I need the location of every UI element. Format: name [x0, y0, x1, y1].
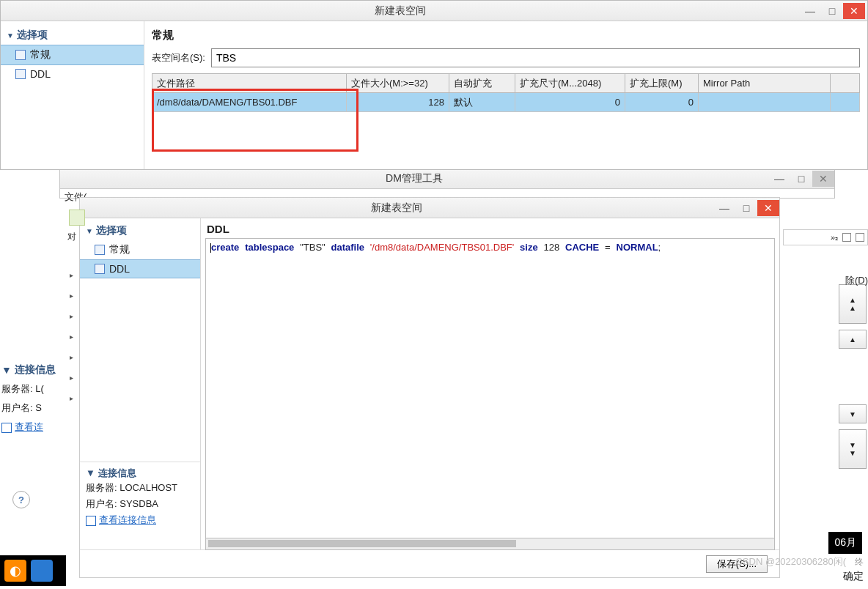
dlg2-maximize-icon[interactable]: □ — [735, 200, 757, 216]
chevron-down-icon: ▼ — [849, 410, 856, 418]
toolbar-icon-partial[interactable] — [69, 210, 85, 226]
server-value: LOCALHOST — [119, 482, 177, 493]
ok-button-partial[interactable]: 确定 — [843, 570, 864, 583]
mainwin-titlebar[interactable]: DM管理工具 — □ ✕ — [60, 168, 834, 189]
down-button[interactable]: ▼ — [839, 404, 867, 423]
dlg2-sidebar: ▼ 选择项 常规 DDL ▼ 连接信息 服务器: LOCALHOST 用户名: … — [80, 218, 201, 549]
col-mirror-path[interactable]: Mirror Path — [699, 74, 831, 93]
sidebar-item-ddl[interactable]: DDL — [80, 259, 200, 278]
tree-arrow-icon[interactable]: ▸ — [70, 333, 73, 353]
col-file-size[interactable]: 文件大小(M:>=32) — [347, 74, 449, 93]
tree-arrow-icon[interactable]: ▸ — [70, 312, 73, 333]
dlg2-titlebar[interactable]: 新建表空间 — □ ✕ — [80, 198, 779, 218]
up-button[interactable]: ▲ — [839, 330, 867, 349]
cell-extend-step[interactable]: 0 — [515, 93, 625, 112]
server-label: 服务器: — [1, 383, 33, 394]
cell-file-path[interactable]: /dm8/data/DAMENG/TBS01.DBF — [152, 93, 347, 112]
create-tablespace-dialog-ddl: 新建表空间 — □ ✕ ▼ 选择项 常规 DDL ▼ 连接信息 服务器: LOC… — [79, 197, 780, 578]
col-empty — [831, 74, 860, 93]
delete-button-partial[interactable]: 除(D) — [845, 274, 868, 287]
dlg1-minimize-icon[interactable]: — — [799, 3, 821, 19]
datafile-table: 文件路径 文件大小(M:>=32) 自动扩充 扩充尺寸(M...2048) 扩充… — [152, 73, 860, 112]
help-button[interactable]: ? — [12, 491, 30, 508]
mainwin-minimize-icon[interactable]: — — [768, 171, 790, 187]
sidebar-item-general[interactable]: 常规 — [1, 45, 144, 65]
collapse-icon: ▼ — [86, 467, 95, 478]
collapse-icon: ▼ — [7, 32, 14, 40]
datafile-row[interactable]: /dm8/data/DAMENG/TBS01.DBF 128 默认 0 0 — [152, 93, 860, 112]
horizontal-scrollbar[interactable] — [205, 538, 775, 550]
dlg2-connection-info: ▼ 连接信息 服务器: LOCALHOST 用户名: SYSDBA 查看连接信息 — [80, 462, 200, 533]
section-label-ddl: DDL — [205, 223, 775, 238]
user-label: 用户名: — [1, 402, 33, 413]
dlg2-minimize-icon[interactable]: — — [713, 200, 735, 216]
dlg1-titlebar[interactable]: 新建表空间 — □ ✕ — [1, 1, 867, 21]
main-app-window: DM管理工具 — □ ✕ 文件( — [59, 168, 835, 199]
tablespace-name-input[interactable] — [211, 48, 860, 67]
tree-arrow-icon[interactable]: ▸ — [70, 292, 73, 312]
dlg1-close-icon[interactable]: ✕ — [843, 3, 865, 19]
tab-label-partial[interactable]: 对 — [67, 231, 76, 243]
file-manager-icon[interactable] — [31, 560, 53, 582]
user-value: SYSDBA — [119, 498, 158, 509]
dlg1-sidebar: ▼ 选择项 常规 DDL — [1, 21, 144, 169]
create-tablespace-dialog-general: 新建表空间 — □ ✕ ▼ 选择项 常规 DDL 常规 表空间名(S): — [0, 0, 868, 170]
ddl-editor[interactable]: create tablespace "TBS" datafile '/dm8/d… — [205, 238, 775, 538]
overflow-label: »₂ — [831, 233, 838, 242]
tree-arrow-icon[interactable]: ▸ — [70, 353, 73, 374]
user-label: 用户名: — [86, 498, 117, 509]
os-taskbar[interactable]: ◐ — [0, 555, 66, 586]
view-connection-link[interactable]: 查看连接信息 — [99, 514, 156, 525]
tree-arrow-icon[interactable]: ▸ — [70, 271, 73, 292]
mainwin-title: DM管理工具 — [60, 172, 768, 185]
link-icon — [86, 516, 96, 526]
page-icon — [15, 50, 26, 60]
dlg2-title: 新建表空间 — [80, 201, 713, 215]
sidebar-item-label: 常规 — [30, 48, 51, 62]
cell-mirror-path[interactable] — [699, 93, 831, 112]
view-connection-link-bg[interactable]: 查看连 — [15, 421, 43, 432]
mainwin-maximize-icon[interactable]: □ — [790, 171, 812, 187]
col-extend-step[interactable]: 扩充尺寸(M...2048) — [515, 74, 625, 93]
watermark-suffix: 终 — [855, 556, 864, 568]
cell-file-size[interactable]: 128 — [347, 93, 449, 112]
scrollbar-thumb[interactable] — [208, 540, 516, 547]
collapse-icon: ▼ — [86, 227, 93, 235]
dlg1-sidebar-header[interactable]: ▼ 选择项 — [1, 26, 144, 45]
dlg1-title: 新建表空间 — [1, 4, 799, 18]
sidebar-item-label: DDL — [30, 68, 51, 80]
max-tab-icon[interactable] — [856, 233, 864, 242]
page-icon — [15, 69, 26, 79]
cell-extend-limit[interactable]: 0 — [625, 93, 699, 112]
sidebar-item-ddl[interactable]: DDL — [1, 65, 144, 83]
move-up-button[interactable]: ▲▲ — [839, 284, 867, 324]
col-file-path[interactable]: 文件路径 — [152, 74, 347, 93]
col-auto-extend[interactable]: 自动扩充 — [449, 74, 515, 93]
clock-date: 06月 — [828, 532, 862, 554]
server-label: 服务器: — [86, 482, 117, 493]
page-icon — [95, 264, 105, 274]
tablespace-name-label: 表空间名(S): — [152, 51, 205, 64]
firefox-icon[interactable]: ◐ — [4, 560, 26, 582]
sidebar-item-label: DDL — [109, 263, 130, 275]
section-label-general: 常规 — [152, 27, 860, 48]
page-icon — [95, 245, 105, 255]
min-tab-icon[interactable] — [842, 233, 851, 242]
tree-arrow-icon[interactable]: ▸ — [70, 394, 73, 415]
sidebar-item-general[interactable]: 常规 — [80, 240, 200, 259]
chevron-up-icon: ▲ — [849, 336, 856, 344]
tree-arrow-icon[interactable]: ▸ — [70, 374, 73, 394]
dlg1-maximize-icon[interactable]: □ — [821, 3, 843, 19]
col-extend-limit[interactable]: 扩充上限(M) — [625, 74, 699, 93]
move-down-button[interactable]: ▼▼ — [839, 429, 867, 469]
dlg2-sidebar-header[interactable]: ▼ 选择项 — [80, 221, 200, 240]
background-connection-panel: ▼连接信息 服务器: L( 用户名: S 查看连 — [0, 360, 65, 437]
tab-controls-partial[interactable]: »₂ — [783, 229, 868, 245]
mainwin-close-icon[interactable]: ✕ — [812, 171, 834, 187]
sidebar-item-label: 常规 — [109, 243, 130, 256]
watermark-text: CSDN @20220306280闲( — [735, 555, 846, 568]
chevron-up-icon: ▲ — [849, 296, 856, 304]
cell-auto-extend[interactable]: 默认 — [449, 93, 515, 112]
dlg2-close-icon[interactable]: ✕ — [757, 200, 779, 216]
chevron-up-icon: ▲ — [849, 304, 856, 312]
